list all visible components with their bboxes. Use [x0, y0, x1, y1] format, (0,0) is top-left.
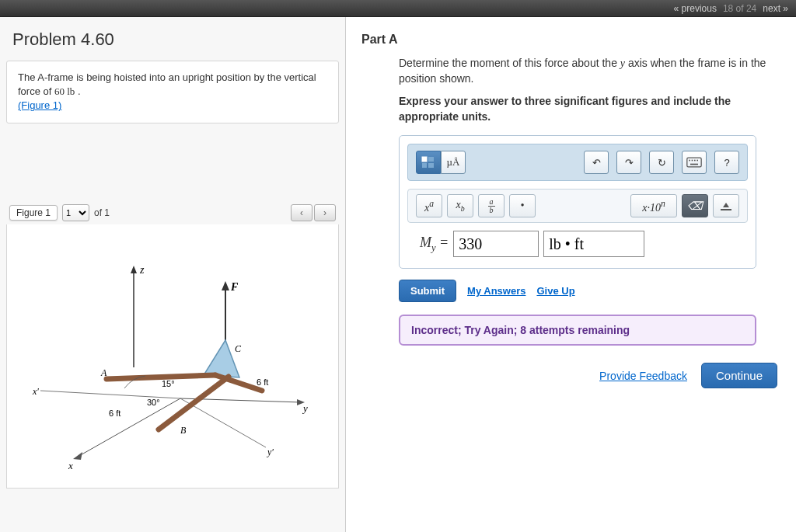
svg-text:6 ft: 6 ft [257, 377, 268, 387]
svg-rect-38 [721, 209, 731, 210]
problem-title: Problem 4.60 [6, 25, 339, 61]
give-up-link[interactable]: Give Up [536, 285, 574, 297]
figure-image: z F y x x′ y′ C A B [6, 224, 339, 489]
svg-marker-1 [131, 266, 137, 273]
templates-button[interactable] [416, 151, 441, 174]
svg-rect-30 [428, 163, 434, 168]
submit-button[interactable]: Submit [399, 280, 456, 302]
figure-of-text: of 1 [94, 207, 110, 218]
answer-box: µÅ ↶ ↷ ↻ ? xa xb ab • x·10 [399, 135, 756, 269]
format-toolbar: µÅ ↶ ↷ ↻ ? [407, 144, 748, 181]
figure-prev-button[interactable]: ‹ [291, 204, 312, 221]
answer-label: My = [420, 235, 449, 254]
svg-line-18 [106, 375, 215, 379]
svg-rect-35 [696, 160, 698, 162]
figure-header: Figure 1 1 of 1 ‹ › [6, 201, 339, 224]
svg-rect-34 [694, 160, 696, 162]
problem-statement: The A-frame is being hoisted into an upr… [6, 61, 339, 123]
part-a-instructions: Express your answer to three significant… [399, 94, 780, 124]
answer-panel: Part A Determine the moment of this forc… [346, 17, 796, 532]
svg-rect-32 [689, 160, 690, 162]
next-link[interactable]: next » [763, 3, 788, 14]
part-a-title: Part A [361, 33, 780, 47]
figure-next-button[interactable]: › [314, 204, 336, 221]
problem-panel: Problem 4.60 The A-frame is being hoiste… [0, 17, 346, 532]
svg-rect-36 [690, 164, 698, 165]
previous-link[interactable]: « previous [674, 3, 717, 14]
answer-value-input[interactable] [453, 231, 539, 257]
svg-marker-10 [73, 452, 82, 460]
svg-text:y: y [302, 402, 308, 414]
svg-rect-27 [422, 157, 427, 162]
svg-text:30°: 30° [147, 398, 160, 407]
bottom-actions: Provide Feedback Continue [361, 363, 780, 388]
page-count: 18 of 24 [723, 3, 756, 14]
svg-text:6 ft: 6 ft [109, 409, 120, 418]
keyboard-button[interactable] [682, 151, 707, 174]
svg-text:z: z [139, 264, 145, 276]
answer-line: My = [420, 231, 748, 257]
svg-text:B: B [180, 425, 187, 436]
svg-text:C: C [235, 343, 242, 354]
figure-select[interactable]: 1 [62, 204, 89, 221]
svg-rect-31 [687, 158, 701, 168]
units-button[interactable]: µÅ [441, 151, 466, 174]
submit-row: Submit My Answers Give Up [399, 280, 780, 302]
backspace-button[interactable]: ⌫ [682, 194, 708, 217]
part-a-description: Determine the moment of this force about… [399, 56, 780, 86]
svg-text:A: A [100, 367, 107, 378]
redo-button[interactable]: ↷ [616, 151, 641, 174]
continue-button[interactable]: Continue [701, 363, 777, 388]
dot-button[interactable]: • [509, 194, 536, 217]
svg-text:15°: 15° [162, 379, 175, 388]
svg-marker-4 [222, 281, 229, 290]
svg-text:x: x [68, 460, 73, 471]
my-answers-link[interactable]: My Answers [467, 285, 525, 297]
scientific-button[interactable]: x·10n [630, 194, 677, 217]
svg-rect-29 [422, 163, 427, 168]
feedback-message: Incorrect; Try Again; 8 attempts remaini… [399, 315, 756, 346]
figure-svg: z F y x x′ y′ C A B [25, 239, 320, 472]
top-navigation: « previous 18 of 24 next » [0, 0, 796, 17]
svg-text:y′: y′ [267, 447, 274, 457]
provide-feedback-link[interactable]: Provide Feedback [599, 370, 687, 382]
figure-label: Figure 1 [9, 205, 58, 221]
help-button[interactable]: ? [714, 151, 739, 174]
svg-text:F: F [230, 281, 239, 293]
answer-unit-input[interactable] [543, 231, 644, 257]
fraction-button[interactable]: ab [478, 194, 504, 217]
svg-text:x′: x′ [32, 386, 39, 397]
problem-force-value: 60 lb [54, 85, 75, 97]
svg-marker-37 [723, 203, 729, 207]
subscript-button[interactable]: xb [447, 194, 473, 217]
undo-button[interactable]: ↶ [584, 151, 609, 174]
svg-rect-33 [692, 160, 693, 162]
special-char-button[interactable] [713, 194, 739, 217]
problem-text-suffix: . [78, 85, 81, 97]
reset-button[interactable]: ↻ [649, 151, 674, 174]
input-toolbar: xa xb ab • x·10n ⌫ [407, 189, 748, 223]
superscript-button[interactable]: xa [416, 194, 442, 217]
svg-rect-28 [428, 157, 434, 162]
figure-link[interactable]: (Figure 1) [18, 99, 61, 111]
